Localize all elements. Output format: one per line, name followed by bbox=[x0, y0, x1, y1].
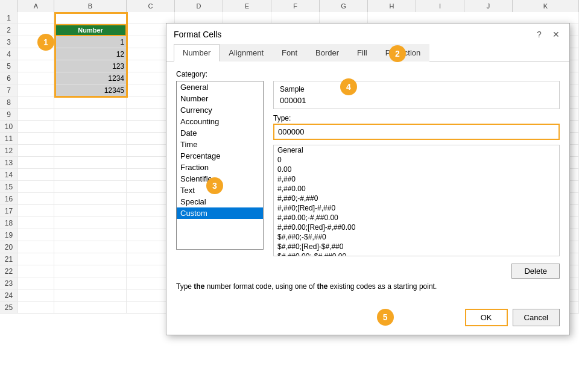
tab-font[interactable]: Font bbox=[273, 44, 306, 62]
tab-alignment[interactable]: Alignment bbox=[220, 44, 273, 62]
delete-button[interactable]: Delete bbox=[511, 264, 560, 279]
list-item[interactable]: 0.00 bbox=[274, 165, 559, 174]
dialog-titlebar: Format Cells ? ✕ bbox=[166, 24, 569, 44]
row-num: 16 bbox=[0, 193, 18, 205]
format-list: General 0 0.00 #,##0 #,##0.00 #,##0;-#,#… bbox=[274, 145, 559, 256]
list-item[interactable]: Date bbox=[177, 127, 263, 139]
list-item[interactable]: $#,##0;-$#,##0 bbox=[274, 232, 559, 242]
row-num: 11 bbox=[0, 133, 18, 145]
list-item[interactable]: Percentage bbox=[177, 150, 263, 162]
tab-number[interactable]: Number bbox=[174, 44, 220, 62]
right-panel: Sample 000001 4 Type: General 0 0.00 bbox=[273, 81, 560, 279]
list-item[interactable]: #,##0.00 bbox=[274, 184, 559, 194]
cell-a6[interactable] bbox=[18, 72, 54, 84]
cell-c1[interactable] bbox=[127, 12, 175, 24]
cell-b3[interactable]: 1 bbox=[54, 36, 127, 48]
list-item[interactable]: #,##0;[Red]-#,##0 bbox=[274, 203, 559, 213]
row-num: 7 bbox=[0, 84, 18, 96]
sample-value: 000001 bbox=[280, 96, 553, 105]
sample-label: Sample bbox=[280, 85, 553, 93]
list-item[interactable]: $#,##0;[Red]-$#,##0 bbox=[274, 242, 559, 251]
cell-a1[interactable] bbox=[18, 12, 54, 24]
list-item[interactable]: #,##0 bbox=[274, 174, 559, 184]
cancel-button[interactable]: Cancel bbox=[513, 309, 560, 326]
two-col-layout: General Number Currency Accounting Date … bbox=[176, 81, 560, 279]
col-header-f: F bbox=[271, 0, 320, 12]
badge-3: 3 bbox=[206, 177, 223, 194]
cell-d1[interactable] bbox=[175, 12, 223, 24]
col-header-h: H bbox=[368, 0, 416, 12]
format-list-wrap[interactable]: General 0 0.00 #,##0 #,##0.00 #,##0;-#,#… bbox=[273, 145, 560, 256]
list-item[interactable]: $#,##0.00;-$#,##0.00 bbox=[274, 251, 559, 256]
row-num: 17 bbox=[0, 205, 18, 217]
cell-b4[interactable]: 12 bbox=[54, 48, 127, 60]
row-num: 24 bbox=[0, 289, 18, 302]
list-item[interactable]: Fraction bbox=[177, 162, 263, 173]
row-num: 12 bbox=[0, 145, 18, 157]
tab-fill[interactable]: Fill bbox=[348, 44, 376, 62]
badge-1: 1 bbox=[37, 34, 54, 51]
category-list: General Number Currency Accounting Date … bbox=[177, 81, 263, 219]
badge-4: 4 bbox=[340, 78, 357, 95]
category-section: General Number Currency Accounting Date … bbox=[176, 81, 264, 279]
format-cells-dialog[interactable]: Format Cells ? ✕ 2 Number Alignment Font… bbox=[166, 23, 570, 335]
cell-a5[interactable] bbox=[18, 60, 54, 72]
cell-b2-label[interactable]: Number bbox=[54, 24, 127, 36]
cell-f1[interactable] bbox=[271, 12, 320, 24]
help-button[interactable]: ? bbox=[533, 28, 545, 40]
list-item[interactable]: #,##0.00;-#,##0.00 bbox=[274, 213, 559, 223]
cell-b5[interactable]: 123 bbox=[54, 60, 127, 72]
list-item[interactable]: #,##0;-#,##0 bbox=[274, 194, 559, 203]
cell-b1[interactable] bbox=[54, 12, 127, 24]
cell-b7[interactable]: 12345 bbox=[54, 84, 127, 96]
col-header-b: B bbox=[54, 0, 127, 12]
ok-button[interactable]: OK bbox=[465, 309, 508, 326]
dialog-controls: ? ✕ bbox=[533, 28, 562, 40]
col-header-k: K bbox=[513, 0, 579, 12]
type-label: Type: bbox=[273, 114, 560, 122]
list-item[interactable]: Accounting bbox=[177, 116, 263, 127]
close-icon[interactable]: ✕ bbox=[550, 28, 562, 40]
cell-e1[interactable] bbox=[223, 12, 271, 24]
cell-rest1[interactable] bbox=[368, 12, 579, 24]
badge-5: 5 bbox=[377, 309, 394, 326]
row-num: 8 bbox=[0, 96, 18, 109]
list-item-custom[interactable]: Custom bbox=[177, 207, 263, 219]
row-num: 10 bbox=[0, 121, 18, 133]
list-item[interactable]: Time bbox=[177, 139, 263, 150]
row-num: 3 bbox=[0, 36, 18, 48]
cell-g1[interactable] bbox=[320, 12, 368, 24]
list-item[interactable]: Currency bbox=[177, 104, 263, 116]
col-header-c: C bbox=[127, 0, 175, 12]
row-num: 13 bbox=[0, 157, 18, 169]
cell-b6[interactable]: 1234 bbox=[54, 72, 127, 84]
sample-box: Sample 000001 4 bbox=[273, 81, 560, 109]
dialog-footer: 5 OK Cancel bbox=[166, 304, 569, 335]
list-item-special[interactable]: Special bbox=[177, 196, 263, 207]
row-num: 15 bbox=[0, 181, 18, 193]
col-header-e: E bbox=[223, 0, 271, 12]
list-item[interactable]: #,##0.00;[Red]-#,##0.00 bbox=[274, 223, 559, 232]
column-headers: A B C D E F G H I J K bbox=[0, 0, 579, 12]
col-header-g: G bbox=[320, 0, 368, 12]
info-text: Type the number format code, using one o… bbox=[176, 282, 560, 291]
list-item[interactable]: General bbox=[274, 145, 559, 155]
list-item[interactable]: Number bbox=[177, 93, 263, 104]
category-label: Category: bbox=[176, 70, 560, 78]
type-input[interactable] bbox=[273, 124, 560, 140]
row-num: 14 bbox=[0, 169, 18, 181]
row-num: 6 bbox=[0, 72, 18, 84]
row-num: 1 bbox=[0, 12, 18, 24]
dialog-body: Category: General Number Currency Accoun… bbox=[166, 62, 569, 304]
cell-a7[interactable] bbox=[18, 84, 54, 96]
list-item[interactable]: General bbox=[177, 81, 263, 93]
dialog-title: Format Cells bbox=[174, 30, 221, 39]
row-num: 22 bbox=[0, 265, 18, 277]
table-row: 1 bbox=[0, 12, 579, 24]
row-num: 20 bbox=[0, 241, 18, 253]
tab-border[interactable]: Border bbox=[306, 44, 348, 62]
row-num: 5 bbox=[0, 60, 18, 72]
col-header-i: I bbox=[416, 0, 464, 12]
category-list-wrap[interactable]: General Number Currency Accounting Date … bbox=[176, 81, 264, 250]
list-item[interactable]: 0 bbox=[274, 155, 559, 165]
